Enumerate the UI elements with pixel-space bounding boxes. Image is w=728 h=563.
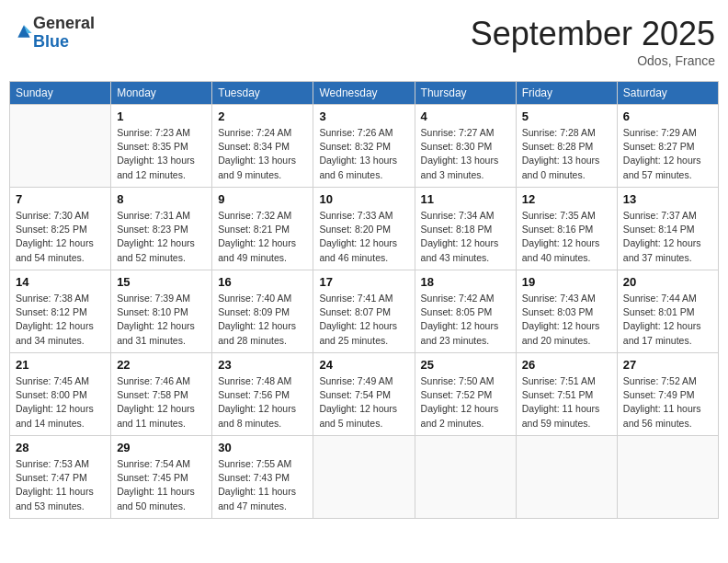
day-number: 26: [522, 358, 611, 372]
column-header-friday: Friday: [516, 82, 617, 105]
calendar-cell: 3Sunrise: 7:26 AM Sunset: 8:32 PM Daylig…: [313, 105, 415, 188]
day-number: 25: [421, 358, 510, 372]
day-number: 8: [117, 192, 206, 206]
calendar-cell: 25Sunrise: 7:50 AM Sunset: 7:52 PM Dayli…: [415, 353, 516, 436]
calendar-cell: 10Sunrise: 7:33 AM Sunset: 8:20 PM Dayli…: [313, 188, 415, 270]
day-info: Sunrise: 7:39 AM Sunset: 8:10 PM Dayligh…: [117, 292, 206, 348]
day-number: 24: [319, 358, 408, 372]
day-info: Sunrise: 7:40 AM Sunset: 8:09 PM Dayligh…: [218, 292, 307, 348]
day-number: 10: [319, 192, 408, 206]
calendar-week-row: 7Sunrise: 7:30 AM Sunset: 8:25 PM Daylig…: [10, 188, 719, 270]
day-number: 3: [319, 109, 408, 123]
day-info: Sunrise: 7:50 AM Sunset: 7:52 PM Dayligh…: [421, 374, 510, 431]
day-info: Sunrise: 7:37 AM Sunset: 8:14 PM Dayligh…: [623, 209, 712, 265]
month-title: September 2025: [471, 15, 715, 53]
calendar-cell: 8Sunrise: 7:31 AM Sunset: 8:23 PM Daylig…: [111, 188, 212, 270]
day-info: Sunrise: 7:54 AM Sunset: 7:45 PM Dayligh…: [117, 457, 206, 513]
calendar-cell: [415, 436, 516, 519]
day-number: 18: [421, 275, 510, 289]
calendar-cell: 18Sunrise: 7:42 AM Sunset: 8:05 PM Dayli…: [415, 270, 516, 353]
day-number: 23: [218, 358, 307, 372]
day-number: 11: [421, 192, 510, 206]
calendar-week-row: 14Sunrise: 7:38 AM Sunset: 8:12 PM Dayli…: [10, 270, 719, 353]
day-info: Sunrise: 7:27 AM Sunset: 8:30 PM Dayligh…: [421, 126, 510, 182]
day-number: 9: [218, 192, 307, 206]
day-number: 16: [218, 275, 307, 289]
calendar-cell: 27Sunrise: 7:52 AM Sunset: 7:49 PM Dayli…: [617, 353, 718, 436]
column-header-wednesday: Wednesday: [313, 82, 415, 105]
day-info: Sunrise: 7:26 AM Sunset: 8:32 PM Dayligh…: [319, 126, 408, 182]
calendar-cell: 22Sunrise: 7:46 AM Sunset: 7:58 PM Dayli…: [111, 353, 212, 436]
day-number: 27: [623, 358, 712, 372]
day-number: 22: [117, 358, 206, 372]
calendar-week-row: 28Sunrise: 7:53 AM Sunset: 7:47 PM Dayli…: [10, 436, 719, 519]
calendar-cell: 23Sunrise: 7:48 AM Sunset: 7:56 PM Dayli…: [212, 353, 313, 436]
calendar-week-row: 21Sunrise: 7:45 AM Sunset: 8:00 PM Dayli…: [10, 353, 719, 436]
column-header-thursday: Thursday: [415, 82, 516, 105]
day-number: 29: [117, 441, 206, 454]
calendar-cell: 4Sunrise: 7:27 AM Sunset: 8:30 PM Daylig…: [415, 105, 516, 188]
calendar-cell: 15Sunrise: 7:39 AM Sunset: 8:10 PM Dayli…: [111, 270, 212, 353]
day-number: 28: [16, 441, 105, 454]
day-number: 2: [218, 109, 307, 123]
day-number: 6: [623, 109, 712, 123]
calendar-cell: 7Sunrise: 7:30 AM Sunset: 8:25 PM Daylig…: [10, 188, 111, 270]
logo: General Blue: [13, 15, 95, 52]
day-info: Sunrise: 7:48 AM Sunset: 7:56 PM Dayligh…: [218, 374, 307, 431]
calendar-cell: 1Sunrise: 7:23 AM Sunset: 8:35 PM Daylig…: [111, 105, 212, 188]
day-info: Sunrise: 7:38 AM Sunset: 8:12 PM Dayligh…: [16, 292, 105, 348]
day-info: Sunrise: 7:53 AM Sunset: 7:47 PM Dayligh…: [16, 457, 105, 513]
day-info: Sunrise: 7:52 AM Sunset: 7:49 PM Dayligh…: [623, 374, 712, 431]
calendar-cell: 26Sunrise: 7:51 AM Sunset: 7:51 PM Dayli…: [516, 353, 617, 436]
calendar-week-row: 1Sunrise: 7:23 AM Sunset: 8:35 PM Daylig…: [10, 105, 719, 188]
calendar-cell: 6Sunrise: 7:29 AM Sunset: 8:27 PM Daylig…: [617, 105, 718, 188]
day-info: Sunrise: 7:34 AM Sunset: 8:18 PM Dayligh…: [421, 209, 510, 265]
logo-icon: [15, 22, 33, 40]
day-info: Sunrise: 7:30 AM Sunset: 8:25 PM Dayligh…: [16, 209, 105, 265]
column-header-tuesday: Tuesday: [212, 82, 313, 105]
calendar-cell: 17Sunrise: 7:41 AM Sunset: 8:07 PM Dayli…: [313, 270, 415, 353]
day-number: 15: [117, 275, 206, 289]
day-number: 21: [16, 358, 105, 372]
day-info: Sunrise: 7:44 AM Sunset: 8:01 PM Dayligh…: [623, 292, 712, 348]
calendar-cell: [10, 105, 111, 188]
day-number: 17: [319, 275, 408, 289]
calendar-cell: 12Sunrise: 7:35 AM Sunset: 8:16 PM Dayli…: [516, 188, 617, 270]
column-header-sunday: Sunday: [10, 82, 111, 105]
day-info: Sunrise: 7:43 AM Sunset: 8:03 PM Dayligh…: [522, 292, 611, 348]
day-number: 20: [623, 275, 712, 289]
title-block: September 2025 Odos, France: [471, 15, 715, 68]
location: Odos, France: [471, 53, 715, 68]
day-number: 7: [16, 192, 105, 206]
logo-blue-text: Blue: [33, 33, 95, 52]
calendar-cell: 2Sunrise: 7:24 AM Sunset: 8:34 PM Daylig…: [212, 105, 313, 188]
calendar-cell: 9Sunrise: 7:32 AM Sunset: 8:21 PM Daylig…: [212, 188, 313, 270]
day-number: 30: [218, 441, 307, 454]
calendar-cell: 29Sunrise: 7:54 AM Sunset: 7:45 PM Dayli…: [111, 436, 212, 519]
calendar-cell: 19Sunrise: 7:43 AM Sunset: 8:03 PM Dayli…: [516, 270, 617, 353]
calendar-cell: 13Sunrise: 7:37 AM Sunset: 8:14 PM Dayli…: [617, 188, 718, 270]
day-info: Sunrise: 7:55 AM Sunset: 7:43 PM Dayligh…: [218, 457, 307, 513]
calendar-cell: [617, 436, 718, 519]
day-info: Sunrise: 7:46 AM Sunset: 7:58 PM Dayligh…: [117, 374, 206, 431]
calendar-header-row: SundayMondayTuesdayWednesdayThursdayFrid…: [10, 82, 719, 105]
day-info: Sunrise: 7:23 AM Sunset: 8:35 PM Dayligh…: [117, 126, 206, 182]
day-info: Sunrise: 7:42 AM Sunset: 8:05 PM Dayligh…: [421, 292, 510, 348]
column-header-monday: Monday: [111, 82, 212, 105]
day-number: 1: [117, 109, 206, 123]
calendar-cell: 20Sunrise: 7:44 AM Sunset: 8:01 PM Dayli…: [617, 270, 718, 353]
calendar-cell: 24Sunrise: 7:49 AM Sunset: 7:54 PM Dayli…: [313, 353, 415, 436]
calendar-cell: 28Sunrise: 7:53 AM Sunset: 7:47 PM Dayli…: [10, 436, 111, 519]
day-info: Sunrise: 7:49 AM Sunset: 7:54 PM Dayligh…: [319, 374, 408, 431]
logo-general-text: General: [33, 15, 95, 33]
day-info: Sunrise: 7:24 AM Sunset: 8:34 PM Dayligh…: [218, 126, 307, 182]
day-number: 4: [421, 109, 510, 123]
calendar-cell: 14Sunrise: 7:38 AM Sunset: 8:12 PM Dayli…: [10, 270, 111, 353]
day-info: Sunrise: 7:31 AM Sunset: 8:23 PM Dayligh…: [117, 209, 206, 265]
day-info: Sunrise: 7:51 AM Sunset: 7:51 PM Dayligh…: [522, 374, 611, 431]
calendar-cell: 30Sunrise: 7:55 AM Sunset: 7:43 PM Dayli…: [212, 436, 313, 519]
column-header-saturday: Saturday: [617, 82, 718, 105]
day-info: Sunrise: 7:29 AM Sunset: 8:27 PM Dayligh…: [623, 126, 712, 182]
calendar-cell: 5Sunrise: 7:28 AM Sunset: 8:28 PM Daylig…: [516, 105, 617, 188]
page-header: General Blue September 2025 Odos, France: [9, 9, 719, 74]
